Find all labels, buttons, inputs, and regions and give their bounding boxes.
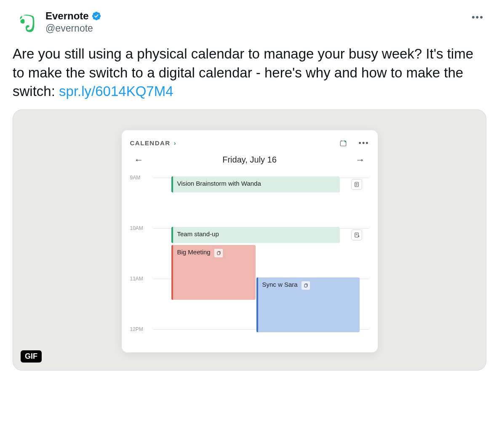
verified-badge-icon — [91, 11, 101, 21]
avatar[interactable] — [13, 10, 40, 37]
note-stack-icon[interactable] — [301, 281, 310, 290]
event-item[interactable]: Vision Brainstorm with Wanda — [171, 176, 340, 192]
svg-point-0 — [29, 21, 30, 22]
user-info: Evernote @evernote — [45, 10, 101, 34]
event-item[interactable]: Team stand-up — [171, 227, 340, 243]
note-button[interactable] — [351, 179, 362, 190]
next-arrow-icon[interactable]: → — [352, 153, 368, 167]
note-stack-icon[interactable] — [214, 248, 223, 258]
event-item[interactable]: Sync w Sara — [256, 277, 360, 332]
calendar-top-actions: ••• — [339, 139, 369, 147]
note-icon — [354, 181, 360, 187]
chevron-right-icon: › — [174, 139, 176, 147]
event-title: Big Meeting — [177, 248, 211, 256]
hour-label: 11AM — [130, 276, 153, 283]
events-layer: Vision Brainstorm with Wanda Team stand-… — [160, 171, 369, 348]
calendar-title-wrap[interactable]: CALENDAR › — [130, 139, 176, 147]
tweet-header: Evernote @evernote ••• — [13, 10, 486, 37]
event-item[interactable]: Big Meeting — [171, 245, 256, 300]
display-name[interactable]: Evernote — [45, 10, 89, 22]
prev-arrow-icon[interactable]: ← — [131, 153, 147, 167]
event-title: Sync w Sara — [262, 281, 298, 288]
calendar-top-bar: CALENDAR › ••• — [130, 139, 369, 147]
svg-point-2 — [344, 141, 346, 142]
more-options-button[interactable]: ••• — [469, 10, 486, 24]
user-handle[interactable]: @evernote — [45, 23, 101, 34]
hour-label: 10AM — [130, 225, 153, 232]
user-line: Evernote — [45, 10, 101, 22]
event-title: Team stand-up — [177, 230, 219, 237]
hour-label: 9AM — [130, 175, 153, 181]
note-add-icon — [354, 232, 360, 238]
svg-rect-6 — [304, 284, 307, 287]
calendar-nav: ← Friday, July 16 → — [130, 153, 369, 167]
calendar-panel: CALENDAR › ••• ← Friday, July 16 → 9AM — [122, 130, 378, 352]
gif-badge: GIF — [21, 350, 42, 363]
calendar-more-icon[interactable]: ••• — [359, 139, 369, 147]
calendar-date: Friday, July 16 — [222, 155, 277, 165]
add-note-button[interactable] — [351, 229, 362, 240]
evernote-logo-icon — [16, 13, 36, 34]
calendar-grid: 9AM 10AM 11AM 12PM Vision Brainstorm wit… — [130, 171, 369, 348]
hour-label: 12PM — [130, 326, 153, 333]
tweet-link[interactable]: spr.ly/6014KQ7M4 — [59, 83, 173, 99]
event-title: Vision Brainstorm with Wanda — [177, 180, 261, 187]
add-calendar-icon[interactable] — [339, 139, 347, 147]
media-card[interactable]: CALENDAR › ••• ← Friday, July 16 → 9AM — [13, 109, 486, 371]
tweet-body: Are you still using a physical calendar … — [13, 45, 486, 101]
tweet-header-left: Evernote @evernote — [13, 10, 101, 37]
calendar-title: CALENDAR — [130, 139, 171, 147]
svg-rect-5 — [217, 252, 220, 255]
